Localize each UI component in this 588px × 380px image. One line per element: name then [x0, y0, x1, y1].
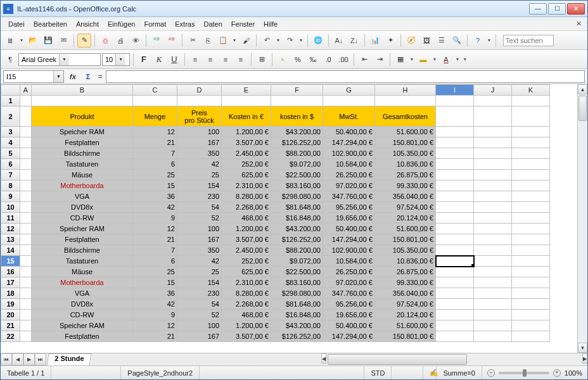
- function-wizard-icon[interactable]: fx: [67, 70, 79, 83]
- cell-dollar[interactable]: $83.160,00: [271, 277, 323, 288]
- tab-next-icon[interactable]: ▶: [23, 353, 35, 365]
- row-header-7[interactable]: 7: [1, 170, 20, 180]
- cell-kosten[interactable]: 468,00 €: [222, 310, 271, 320]
- gallery-icon[interactable]: 🖼: [419, 34, 433, 48]
- currency-icon[interactable]: ৳: [276, 53, 290, 66]
- cell-dollar[interactable]: $16.848,00: [271, 213, 323, 224]
- paste-dropdown[interactable]: ▼: [231, 38, 238, 42]
- cell-mwst[interactable]: 50.400,00 €: [323, 320, 375, 331]
- cell-preis[interactable]: 25: [177, 267, 222, 277]
- cell-mwst[interactable]: 10.584,00 €: [323, 159, 375, 170]
- cell-mwst[interactable]: 26.250,00 €: [323, 170, 375, 180]
- col-header-E[interactable]: E: [222, 85, 271, 96]
- open-icon[interactable]: 📂: [26, 34, 40, 48]
- cell-produkt[interactable]: Mäuse: [32, 267, 133, 277]
- cell-produkt[interactable]: DVD8x: [32, 202, 133, 213]
- cell-produkt[interactable]: Speicher RAM: [32, 320, 133, 331]
- font-name-combo[interactable]: Arial Greek▼: [18, 53, 101, 66]
- cell-dollar[interactable]: $298.080,00: [271, 191, 323, 202]
- cell[interactable]: [20, 96, 32, 106]
- align-right-icon[interactable]: ≡: [219, 53, 233, 66]
- cell-dollar[interactable]: $43.200,00: [271, 224, 323, 234]
- col-header-G[interactable]: G: [323, 85, 375, 96]
- cell[interactable]: [32, 96, 133, 106]
- cell-mwst[interactable]: 10.584,00 €: [323, 256, 375, 267]
- row-header-21[interactable]: 21: [1, 320, 20, 331]
- cell-dollar[interactable]: $16.848,00: [271, 310, 323, 320]
- close-document-icon[interactable]: ✕: [573, 19, 584, 29]
- cell-dollar[interactable]: $22.500,00: [271, 170, 323, 180]
- row-header-12[interactable]: 12: [1, 224, 20, 234]
- align-justify-icon[interactable]: ≡: [234, 53, 248, 66]
- cell-produkt[interactable]: Mäuse: [32, 170, 133, 180]
- fmt-overflow[interactable]: ▼: [462, 57, 468, 61]
- autospell-icon[interactable]: ᴬᴮ: [165, 34, 179, 48]
- cell[interactable]: [436, 127, 474, 137]
- cell-gesamt[interactable]: 150.801,00 €: [375, 234, 436, 245]
- col-header-F[interactable]: F: [271, 85, 323, 96]
- status-sum[interactable]: Summe=0: [437, 366, 482, 379]
- cell-kosten[interactable]: 625,00 €: [222, 267, 271, 277]
- row-header-3[interactable]: 3: [1, 127, 20, 137]
- cell-preis[interactable]: 154: [177, 180, 222, 191]
- cell-mwst[interactable]: 97.020,00 €: [323, 180, 375, 191]
- cell-gesamt[interactable]: 99.330,00 €: [375, 277, 436, 288]
- cell-mwst[interactable]: 147.294,00 €: [323, 234, 375, 245]
- cell[interactable]: [512, 96, 550, 106]
- sheet-tab[interactable]: 2 Stunde: [47, 353, 92, 365]
- row-header-19[interactable]: 19: [1, 299, 20, 310]
- cell-preis[interactable]: 42: [177, 159, 222, 170]
- col-header-K[interactable]: K: [512, 85, 550, 96]
- zoom-in-button[interactable]: +: [553, 369, 561, 377]
- row-header-14[interactable]: 14: [1, 245, 20, 256]
- cell-kosten[interactable]: 1.200,00 €: [222, 127, 271, 137]
- row-header-5[interactable]: 5: [1, 148, 20, 159]
- cell-kosten[interactable]: 1.200,00 €: [222, 320, 271, 331]
- cell[interactable]: [436, 320, 474, 331]
- cell-produkt[interactable]: Festplatten: [32, 137, 133, 148]
- header-produkt[interactable]: Produkt: [32, 106, 133, 127]
- paste-icon[interactable]: 📋: [216, 34, 230, 48]
- underline-button[interactable]: U: [167, 53, 181, 66]
- row-header-10[interactable]: 10: [1, 202, 20, 213]
- borders-icon[interactable]: ▦: [393, 53, 407, 66]
- cell-produkt[interactable]: Bildschirme: [32, 148, 133, 159]
- cell-mwst[interactable]: 50.400,00 €: [323, 224, 375, 234]
- navigator-icon[interactable]: 🧭: [404, 34, 418, 48]
- menu-daten[interactable]: Daten: [200, 19, 226, 29]
- cell[interactable]: [436, 137, 474, 148]
- cell[interactable]: [222, 96, 271, 106]
- new-doc-dropdown[interactable]: ▼: [18, 38, 25, 42]
- cell-produkt[interactable]: Bildschirme: [32, 245, 133, 256]
- cell-menge[interactable]: 21: [133, 137, 177, 148]
- status-signature-icon[interactable]: ✍: [423, 366, 437, 379]
- name-box[interactable]: I15 ▼: [3, 70, 64, 83]
- cell-preis[interactable]: 54: [177, 202, 222, 213]
- menu-datei[interactable]: Datei: [4, 19, 29, 29]
- row-header-13[interactable]: 13: [1, 234, 20, 245]
- cell[interactable]: [436, 299, 474, 310]
- remove-decimal-icon[interactable]: .00: [336, 53, 350, 66]
- tab-last-icon[interactable]: ⏭: [35, 353, 46, 365]
- scroll-up-icon[interactable]: ▲: [578, 84, 587, 94]
- cell-gesamt[interactable]: 10.836,00 €: [375, 256, 436, 267]
- cell[interactable]: [177, 96, 222, 106]
- cell-preis[interactable]: 54: [177, 299, 222, 310]
- row-header-2[interactable]: 2: [1, 106, 20, 127]
- cell-preis[interactable]: 230: [177, 288, 222, 299]
- cell-kosten[interactable]: 1.200,00 €: [222, 224, 271, 234]
- cell[interactable]: [436, 96, 474, 106]
- row-header-8[interactable]: 8: [1, 180, 20, 191]
- fontcolor-icon[interactable]: A: [439, 53, 453, 66]
- col-header-B[interactable]: B: [32, 85, 133, 96]
- col-header-D[interactable]: D: [177, 85, 222, 96]
- cell-menge[interactable]: 36: [133, 191, 177, 202]
- cell-mwst[interactable]: 147.294,00 €: [323, 137, 375, 148]
- cell-produkt[interactable]: Tastaturen: [32, 256, 133, 267]
- redo-icon[interactable]: ↷: [283, 34, 297, 48]
- cell-dollar[interactable]: $88.200,00: [271, 245, 323, 256]
- cell-preis[interactable]: 167: [177, 234, 222, 245]
- cell-dollar[interactable]: $88.200,00: [271, 148, 323, 159]
- cell-kosten[interactable]: 3.507,00 €: [222, 331, 271, 342]
- cell-dollar[interactable]: $81.648,00: [271, 299, 323, 310]
